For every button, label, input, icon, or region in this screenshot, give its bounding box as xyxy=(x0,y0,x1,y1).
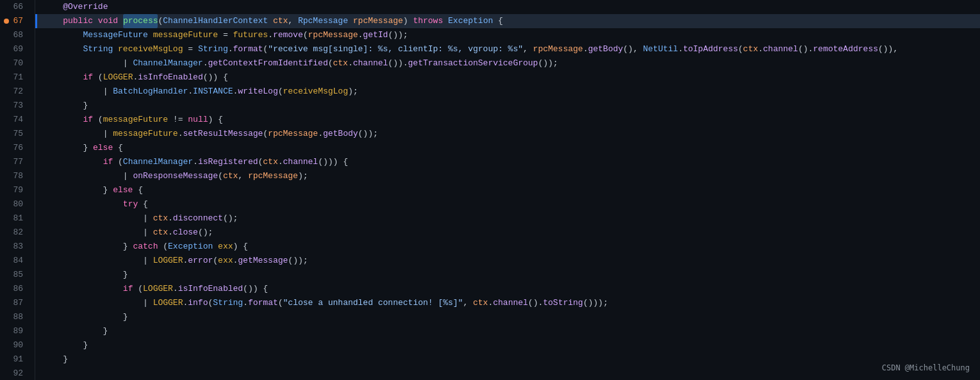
code-line-67: public void process(ChannelHandlerContex… xyxy=(35,14,980,28)
line-92: 92 xyxy=(0,367,28,380)
code-line-76: } else { xyxy=(35,141,980,155)
line-73: 73 xyxy=(0,99,28,113)
code-line-75: | messageFuture.setResultMessage(rpcMess… xyxy=(35,127,980,141)
line-68: 68 xyxy=(0,28,28,42)
line-80: 80 xyxy=(0,197,28,211)
line-79: 79 xyxy=(0,183,28,197)
line-84: 84 xyxy=(0,254,28,268)
code-line-88: } xyxy=(35,310,980,324)
code-line-73: } xyxy=(35,99,980,113)
code-line-78: | onResponseMessage(ctx, rpcMessage); xyxy=(35,169,980,183)
code-line-77: if (ChannelManager.isRegistered(ctx.chan… xyxy=(35,155,980,169)
line-67: 67 xyxy=(0,14,28,28)
code-line-72: | BatchLogHandler.INSTANCE.writeLog(rece… xyxy=(35,85,980,99)
line-91: 91 xyxy=(0,352,28,367)
code-line-82: | ctx.close(); xyxy=(35,226,980,240)
line-89: 89 xyxy=(0,324,28,338)
code-line-92 xyxy=(35,367,980,380)
line-69: 69 xyxy=(0,42,28,56)
debug-dot xyxy=(4,19,9,24)
code-line-68: MessageFuture messageFuture = futures.re… xyxy=(35,28,980,42)
code-line-86: if (LOGGER.isInfoEnabled()) { xyxy=(35,282,980,296)
line-66: 66 xyxy=(0,0,28,14)
code-line-83: } catch (Exception exx) { xyxy=(35,240,980,254)
line-86: 86 xyxy=(0,282,28,296)
code-line-66: @Override xyxy=(35,0,980,14)
line-76: 76 xyxy=(0,141,28,155)
code-line-69: String receiveMsgLog = String.format("re… xyxy=(35,42,980,56)
code-line-89: } xyxy=(35,324,980,338)
code-line-71: if (LOGGER.isInfoEnabled()) { xyxy=(35,70,980,85)
line-75: 75 xyxy=(0,127,28,141)
code-content: @Override public void process(ChannelHan… xyxy=(35,0,980,380)
code-line-90: } xyxy=(35,338,980,352)
code-line-84: | LOGGER.error(exx.getMessage()); xyxy=(35,254,980,268)
line-83: 83 xyxy=(0,240,28,254)
watermark: CSDN @MichelleChung xyxy=(882,361,970,375)
code-line-85: } xyxy=(35,268,980,282)
line-87: 87 xyxy=(0,296,28,310)
code-line-91: } xyxy=(35,352,980,367)
line-70: 70 xyxy=(0,56,28,70)
code-line-70: | ChannelManager.getContextFromIdentifie… xyxy=(35,56,980,70)
code-editor: 66 67 68 69 70 71 72 73 74 75 76 77 78 7… xyxy=(0,0,980,380)
line-72: 72 xyxy=(0,85,28,99)
code-line-81: | ctx.disconnect(); xyxy=(35,211,980,226)
line-88: 88 xyxy=(0,310,28,324)
line-74: 74 xyxy=(0,113,28,127)
left-border xyxy=(35,14,37,28)
line-82: 82 xyxy=(0,226,28,240)
code-line-79: } else { xyxy=(35,183,980,197)
line-85: 85 xyxy=(0,268,28,282)
line-78: 78 xyxy=(0,169,28,183)
line-numbers: 66 67 68 69 70 71 72 73 74 75 76 77 78 7… xyxy=(0,0,35,380)
code-line-80: try { xyxy=(35,197,980,211)
line-81: 81 xyxy=(0,211,28,226)
line-77: 77 xyxy=(0,155,28,169)
line-90: 90 xyxy=(0,338,28,352)
code-line-87: | LOGGER.info(String.format("close a unh… xyxy=(35,296,980,310)
code-line-74: if (messageFuture != null) { xyxy=(35,113,980,127)
line-71: 71 xyxy=(0,70,28,85)
